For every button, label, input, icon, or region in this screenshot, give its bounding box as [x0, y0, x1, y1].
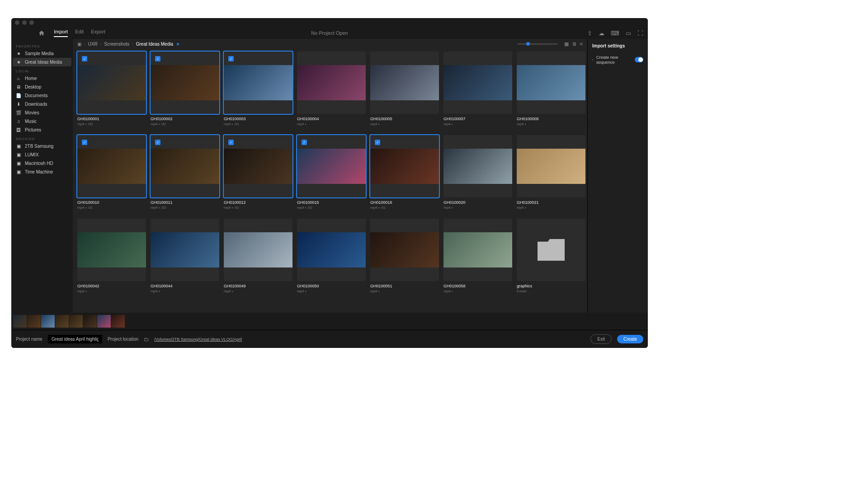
sidebar-item[interactable]: 📄Documents: [11, 91, 73, 100]
strip-thumbnail[interactable]: [27, 315, 41, 328]
create-sequence-row[interactable]: › Create new sequence: [588, 53, 648, 66]
app-window: Import Edit Export No Project Open ⇪ ☁ ⌨…: [11, 18, 648, 348]
media-thumbnail[interactable]: ✓: [77, 52, 146, 114]
media-thumbnail[interactable]: ✓: [443, 52, 512, 114]
sidebar-item[interactable]: ▣Time Machine: [11, 168, 73, 176]
media-meta: mp4 • :03: [77, 122, 146, 126]
media-thumbnail[interactable]: ✓: [297, 219, 366, 281]
media-thumbnail[interactable]: ✓: [151, 219, 219, 281]
media-thumbnail[interactable]: ✓: [370, 52, 439, 114]
strip-thumbnail[interactable]: [41, 315, 55, 328]
selection-checkbox[interactable]: ✓: [228, 56, 234, 61]
media-thumbnail[interactable]: ✓: [77, 135, 146, 197]
exit-button[interactable]: Exit: [590, 334, 612, 344]
strip-thumbnail[interactable]: [83, 315, 97, 328]
media-meta: mp4 •: [443, 206, 512, 210]
media-name: GH0100005: [370, 117, 439, 121]
traffic-lights: [15, 20, 34, 25]
sidebar-item[interactable]: 🖥Desktop: [11, 83, 73, 91]
sidebar-item-label: Music: [25, 119, 37, 124]
selection-checkbox[interactable]: ✓: [155, 140, 160, 145]
sidebar-item[interactable]: ♫Music: [11, 117, 73, 126]
media-thumbnail[interactable]: ✓: [443, 135, 512, 197]
media-thumbnail[interactable]: ✓: [77, 219, 146, 281]
selection-checkbox[interactable]: ✓: [82, 140, 87, 145]
media-thumbnail[interactable]: ✓: [297, 52, 366, 114]
fullscreen-icon[interactable]: ⛶: [637, 30, 643, 37]
strip-thumbnail[interactable]: [13, 315, 27, 328]
favorite-star-icon[interactable]: ★: [176, 42, 180, 47]
media-meta: mp4 • :01: [77, 206, 146, 210]
folder-icon[interactable]: ▣: [77, 42, 81, 47]
media-thumbnail[interactable]: ✓: [297, 135, 366, 197]
media-name: GH0100044: [151, 284, 219, 288]
project-location-link[interactable]: /Volumes/2TB Samsung/Great ideas VLOG/Ap…: [154, 337, 242, 342]
tab-edit[interactable]: Edit: [75, 29, 84, 37]
strip-thumbnail[interactable]: [69, 315, 83, 328]
sidebar-item[interactable]: ⌂Home: [11, 74, 73, 83]
sidebar-item[interactable]: ★Great Ideas Media: [13, 58, 71, 66]
maximize-window-button[interactable]: [29, 20, 34, 25]
media-thumbnail[interactable]: ✓: [370, 135, 439, 197]
create-button[interactable]: Create: [617, 335, 643, 343]
selection-checkbox[interactable]: ✓: [82, 56, 87, 61]
project-name-input[interactable]: [48, 335, 102, 343]
sidebar-heading-devices: DEVICES: [11, 134, 73, 142]
media-meta: mp4 •: [443, 122, 512, 126]
workspace-icon[interactable]: ▭: [626, 30, 631, 37]
sidebar-item-icon: ★: [16, 60, 21, 65]
media-thumbnail[interactable]: ✓: [224, 135, 292, 197]
sidebar-item[interactable]: ⬇Downloads: [11, 100, 73, 108]
sidebar-item[interactable]: 🎬Movies: [11, 108, 73, 117]
media-card: ✓GH0100042mp4 •: [77, 219, 146, 293]
media-grid: ✓GH0100001mp4 • :03✓GH0100002mp4 • :02✓G…: [73, 49, 587, 313]
selection-checkbox[interactable]: ✓: [155, 56, 160, 61]
media-thumbnail[interactable]: ✓: [151, 135, 219, 197]
media-thumbnail[interactable]: ✓: [517, 135, 585, 197]
selection-checkbox[interactable]: ✓: [375, 140, 380, 145]
media-meta: mp4 •: [297, 289, 366, 293]
thumbnail-size-slider[interactable]: [517, 43, 558, 45]
create-sequence-toggle[interactable]: [635, 57, 643, 62]
media-name: GH0100012: [224, 200, 292, 205]
toolbar: ▣ › UXR › Screenshots › Great Ideas Medi…: [73, 39, 587, 49]
sidebar-item[interactable]: 🖼Pictures: [11, 126, 73, 134]
media-thumbnail[interactable]: ✓: [224, 219, 292, 281]
media-thumbnail[interactable]: ✓: [224, 52, 292, 114]
cloud-icon[interactable]: ☁: [599, 30, 604, 37]
selection-checkbox[interactable]: ✓: [302, 140, 307, 145]
sidebar-item[interactable]: ▣Macintosh HD: [11, 159, 73, 168]
breadcrumb-item[interactable]: Great Ideas Media: [136, 42, 173, 47]
minimize-window-button[interactable]: [22, 20, 27, 25]
media-name: GH0100003: [224, 117, 292, 121]
sidebar-item[interactable]: ▣2TB Samsung: [11, 142, 73, 150]
tab-import[interactable]: Import: [54, 29, 68, 37]
strip-thumbnail[interactable]: [55, 315, 69, 328]
media-thumbnail[interactable]: ✓: [151, 52, 219, 114]
media-thumbnail[interactable]: ✓: [517, 52, 585, 114]
sidebar-item[interactable]: ★Sample Media: [11, 49, 73, 58]
breadcrumb-item[interactable]: Screenshots: [104, 42, 129, 47]
media-thumbnail[interactable]: [517, 219, 585, 281]
selection-checkbox[interactable]: ✓: [228, 140, 234, 145]
list-view-icon[interactable]: ≣: [572, 41, 576, 47]
filter-icon[interactable]: ≡: [580, 41, 583, 47]
media-name: GH0100001: [77, 117, 146, 121]
close-window-button[interactable]: [15, 20, 19, 25]
sidebar-item-icon: ▣: [16, 144, 21, 149]
tab-export[interactable]: Export: [91, 29, 105, 37]
media-card: ✓GH0100049mp4 •: [224, 219, 292, 293]
sidebar-item[interactable]: ▣LUMIX: [11, 150, 73, 159]
share-icon[interactable]: ⇪: [587, 30, 592, 37]
breadcrumb-item[interactable]: UXR: [88, 42, 98, 47]
media-thumbnail[interactable]: ✓: [443, 219, 512, 281]
media-card: ✓GH0100003mp4 • :01: [224, 52, 292, 126]
strip-thumbnail[interactable]: [97, 315, 111, 328]
sidebar-item-label: Desktop: [25, 84, 42, 89]
home-icon[interactable]: [38, 30, 47, 36]
sidebar-item-label: Documents: [25, 93, 48, 98]
media-thumbnail[interactable]: ✓: [370, 219, 439, 281]
chat-icon[interactable]: ⌨: [611, 30, 619, 37]
grid-view-icon[interactable]: ▦: [564, 41, 569, 47]
strip-thumbnail[interactable]: [111, 315, 125, 328]
